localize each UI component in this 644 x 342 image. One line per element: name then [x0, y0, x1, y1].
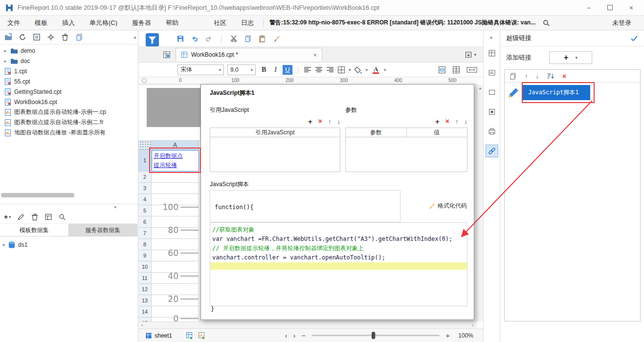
undo-icon[interactable]: [191, 35, 199, 43]
next-sheet-icon[interactable]: ›: [293, 331, 295, 340]
move-down-icon[interactable]: ↓: [465, 118, 468, 125]
row-header[interactable]: 6: [138, 216, 152, 228]
add-link-button[interactable]: + ▾: [549, 51, 592, 64]
tree-item-file[interactable]: 55.cpt: [0, 76, 137, 86]
search-icon[interactable]: [542, 19, 550, 27]
vertical-scrollbar[interactable]: ▴: [477, 85, 483, 321]
locate-template-icon[interactable]: [33, 33, 41, 41]
prev-sheet-icon[interactable]: ‹: [285, 331, 287, 340]
insert-chart-sheet-icon[interactable]: [198, 332, 206, 340]
tree-item-folder[interactable]: ▸ doc: [0, 56, 137, 66]
font-size-select[interactable]: 9.0▾: [227, 64, 256, 75]
menu-cell[interactable]: 单元格(C): [82, 16, 125, 30]
font-family-select[interactable]: 宋体▾: [178, 64, 224, 75]
scroll-left-icon[interactable]: ‹: [141, 322, 143, 328]
font-color-button[interactable]: A: [371, 66, 380, 74]
remove-icon[interactable]: ×: [318, 117, 322, 125]
preview-dataset-icon[interactable]: [44, 213, 52, 221]
format-painter-icon[interactable]: [272, 35, 280, 43]
italic-button[interactable]: I: [272, 66, 279, 74]
document-tab[interactable]: WorkBook16.cpt * ×: [176, 48, 322, 61]
select-all-corner[interactable]: [138, 140, 152, 150]
cut-icon[interactable]: [230, 35, 238, 43]
dataset-item-ds1[interactable]: ▸ ds1: [0, 239, 27, 250]
add-dataset-button[interactable]: +▾: [4, 213, 11, 221]
unmerge-cells-icon[interactable]: [452, 66, 460, 74]
merge-cells-icon[interactable]: [438, 66, 446, 74]
settings-icon[interactable]: [47, 33, 55, 41]
tree-item-file[interactable]: 图表数据点提示自动轮播-示例二.fr: [0, 117, 137, 128]
row-header[interactable]: 13: [138, 295, 152, 306]
menu-template[interactable]: 模板: [27, 16, 55, 30]
cell-a1[interactable]: 开启数据点提示轮播: [152, 150, 199, 171]
float-chart-element[interactable]: [147, 88, 200, 127]
copy-icon[interactable]: [244, 35, 252, 43]
menu-log[interactable]: 日志: [234, 16, 261, 30]
row-header[interactable]: 14: [138, 306, 152, 318]
move-up-icon[interactable]: ↑: [328, 118, 332, 125]
copy-icon[interactable]: [75, 33, 83, 41]
font-color-dropdown-icon[interactable]: ▾: [384, 67, 386, 72]
zoom-out-icon[interactable]: −: [301, 331, 306, 340]
border-dropdown-icon[interactable]: ▾: [349, 67, 351, 72]
tree-item-folder[interactable]: ▸ demo: [0, 45, 137, 56]
align-center-icon[interactable]: [315, 66, 323, 73]
edit-dataset-icon[interactable]: [17, 213, 25, 221]
cell-element-panel-icon[interactable]: [486, 47, 498, 60]
tab-server-dataset[interactable]: 服务器数据集: [69, 224, 138, 236]
scroll-right-icon[interactable]: ›: [472, 322, 474, 328]
sidebar-splitter[interactable]: ▾: [0, 204, 138, 210]
expander-icon[interactable]: ▸: [3, 58, 8, 64]
move-up-icon[interactable]: ↑: [455, 118, 459, 125]
align-left-icon[interactable]: [304, 66, 311, 73]
add-icon[interactable]: +: [435, 117, 440, 126]
reference-js-table-body[interactable]: [210, 137, 340, 171]
sort-icon[interactable]: [547, 72, 555, 80]
template-version-button[interactable]: ▾: [465, 51, 476, 59]
row-header[interactable]: 11: [138, 273, 152, 284]
float-element-panel-icon[interactable]: [486, 66, 498, 79]
delete-icon[interactable]: [61, 33, 69, 41]
move-down-icon[interactable]: ↓: [536, 72, 539, 80]
close-button[interactable]: ×: [629, 4, 633, 11]
edit-link-icon[interactable]: [507, 86, 520, 99]
widget-panel-icon[interactable]: [486, 86, 498, 99]
tree-item-file[interactable]: WorkBook16.cpt: [0, 97, 137, 107]
row-header[interactable]: 15: [138, 318, 152, 321]
insert-grid-sheet-icon[interactable]: [186, 332, 194, 340]
close-tab-icon[interactable]: ×: [313, 51, 317, 59]
row-header[interactable]: 12: [138, 284, 152, 295]
row-header[interactable]: 3: [138, 183, 152, 194]
print-panel-icon[interactable]: [486, 125, 498, 138]
tree-item-file[interactable]: 1.cpt: [0, 66, 137, 76]
move-up-icon[interactable]: ↑: [525, 72, 528, 80]
underline-button[interactable]: U: [283, 65, 292, 75]
zoom-slider-thumb[interactable]: [372, 332, 375, 339]
zoom-slider[interactable]: [311, 335, 440, 336]
cell-size-icon[interactable]: [466, 66, 477, 74]
confirm-edit-icon[interactable]: [630, 34, 638, 42]
border-icon[interactable]: [337, 66, 345, 74]
maximize-button[interactable]: [607, 5, 613, 10]
fill-dropdown-icon[interactable]: ▾: [366, 67, 368, 72]
fill-color-icon[interactable]: [355, 66, 362, 74]
login-status[interactable]: 未登录: [612, 19, 631, 27]
tree-hscrollbar-thumb[interactable]: [1, 193, 74, 197]
expander-icon[interactable]: ▸: [3, 48, 8, 53]
template-web-settings-icon[interactable]: [145, 32, 160, 48]
add-icon[interactable]: +: [308, 117, 312, 126]
horizontal-scrollbar[interactable]: ‹ ›: [138, 321, 477, 328]
expander-icon[interactable]: ▸: [3, 242, 5, 247]
tree-item-file[interactable]: 地图自动数据点播放 -界面显示所有: [0, 128, 137, 138]
tree-item-file[interactable]: 图表数据点提示自动轮播-示例一.cp: [0, 107, 137, 117]
hyperlink-panel-icon[interactable]: [486, 145, 498, 157]
refresh-icon[interactable]: [19, 33, 26, 41]
column-header-a[interactable]: A: [152, 140, 199, 150]
aggregate-report-icon[interactable]: [163, 51, 171, 59]
menu-community[interactable]: 社区: [206, 16, 234, 30]
menu-insert[interactable]: 插入: [55, 16, 82, 30]
row-header[interactable]: 2: [138, 171, 152, 183]
menu-file[interactable]: 文件: [0, 16, 27, 30]
open-directory-icon[interactable]: [4, 33, 12, 41]
copy-link-icon[interactable]: [509, 72, 517, 80]
